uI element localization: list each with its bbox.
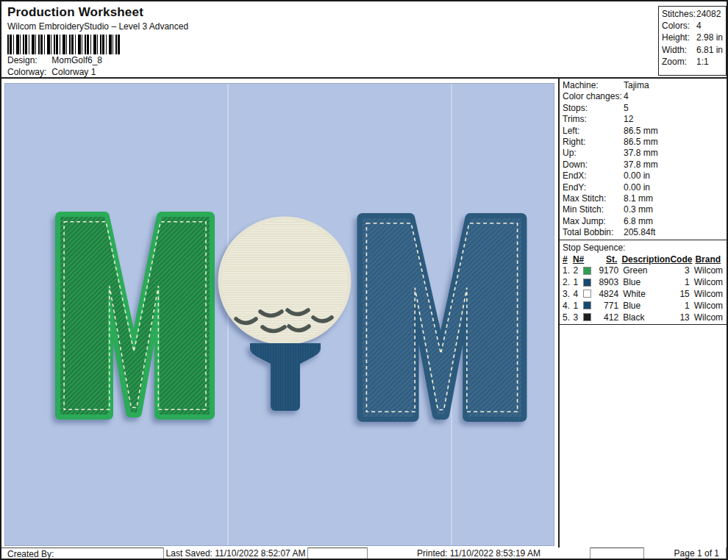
production-worksheet-page: Production Worksheet Wilcom EmbroiderySt…	[0, 0, 728, 560]
info-row: Color changes:4	[563, 91, 728, 102]
design-value: MomGolf6_8	[51, 55, 102, 65]
stat-height: Height:2.98 in	[662, 32, 726, 44]
stop-sequence-table: # N# St. Description Code Brand 1. 2 917…	[560, 254, 728, 323]
design-stats-box: Stitches:24082 Colors:4 Height:2.98 in W…	[658, 6, 727, 76]
footer-divider	[1, 548, 727, 548]
colorway-value: Colorway 1	[51, 67, 96, 77]
thread-color-swatch	[583, 279, 591, 287]
stop-sequence-row: 2. 1 8903 Blue 1 Wilcom	[563, 276, 728, 288]
thread-color-swatch	[583, 290, 591, 298]
design-name-row: Design: MomGolf6_8	[7, 55, 102, 65]
info-row: EndX:0.00 in	[563, 170, 728, 182]
stop-sequence-row: 5. 3 412 Black 13 Wilcom	[563, 312, 728, 323]
machine-info-list: Machine:Tajima Color changes:4 Stops:5 T…	[560, 78, 728, 238]
colorway-row: Colorway: Colorway 1	[7, 67, 96, 77]
info-row: Left:86.5 mm	[563, 126, 728, 137]
letter-m-green	[60, 217, 210, 414]
info-row: Right:86.5 mm	[563, 137, 728, 148]
stop-sequence-row: 4. 1 771 Blue 1 Wilcom	[563, 300, 728, 312]
last-saved-cell: Last Saved: 11/10/2022 8:52:07 AM	[163, 548, 308, 559]
info-row: Max Jump:6.8 mm	[563, 216, 728, 227]
design-canvas	[4, 83, 554, 546]
thread-color-swatch	[583, 267, 591, 275]
info-row: EndY:0.00 in	[563, 182, 728, 193]
section-divider	[560, 324, 728, 325]
golf-tee	[250, 343, 321, 411]
info-row: Max Stitch:8.1 mm	[563, 193, 728, 204]
stat-width: Width:6.81 in	[662, 45, 726, 57]
info-row: Min Stitch:0.3 mm	[563, 204, 728, 215]
colorway-label: Colorway:	[7, 67, 49, 77]
page-title: Production Worksheet	[7, 5, 143, 20]
info-row: Trims:12	[563, 114, 728, 125]
stat-zoom: Zoom:1:1	[662, 57, 726, 68]
printed-cell: Printed: 11/10/2022 8:53:19 AM	[367, 548, 590, 559]
info-row: Up:37.8 mm	[563, 148, 728, 159]
thread-color-swatch	[583, 313, 591, 321]
info-row: Stops:5	[563, 103, 728, 114]
barcode-icon	[7, 35, 120, 54]
stop-sequence-row: 3. 4 4824 White 15 Wilcom	[563, 288, 728, 300]
stop-sequence-title: Stop Sequence:	[560, 240, 728, 254]
stat-stitches: Stitches:24082	[662, 9, 726, 21]
thread-color-swatch	[583, 301, 591, 309]
machine-info-panel: Machine:Tajima Color changes:4 Stops:5 T…	[560, 78, 728, 548]
design-label: Design:	[7, 55, 49, 65]
stat-colors: Colors:4	[662, 21, 726, 32]
software-subtitle: Wilcom EmbroideryStudio – Level 3 Advanc…	[7, 21, 188, 32]
info-row: Machine:Tajima	[563, 80, 728, 91]
page-number-cell: Page 1 of 1	[643, 548, 727, 559]
stop-sequence-row: 1. 2 9170 Green 3 Wilcom	[563, 265, 728, 276]
letter-m-blue	[363, 218, 521, 417]
stop-sequence-header: # N# St. Description Code Brand	[563, 254, 728, 265]
created-by-label: Created By:	[7, 549, 54, 559]
info-row: Down:37.8 mm	[563, 159, 728, 170]
golf-ball-and-tee	[220, 218, 349, 411]
info-row: Total Bobbin:205.84ft	[563, 227, 728, 238]
mom-golf-embroidery-design	[5, 84, 555, 547]
